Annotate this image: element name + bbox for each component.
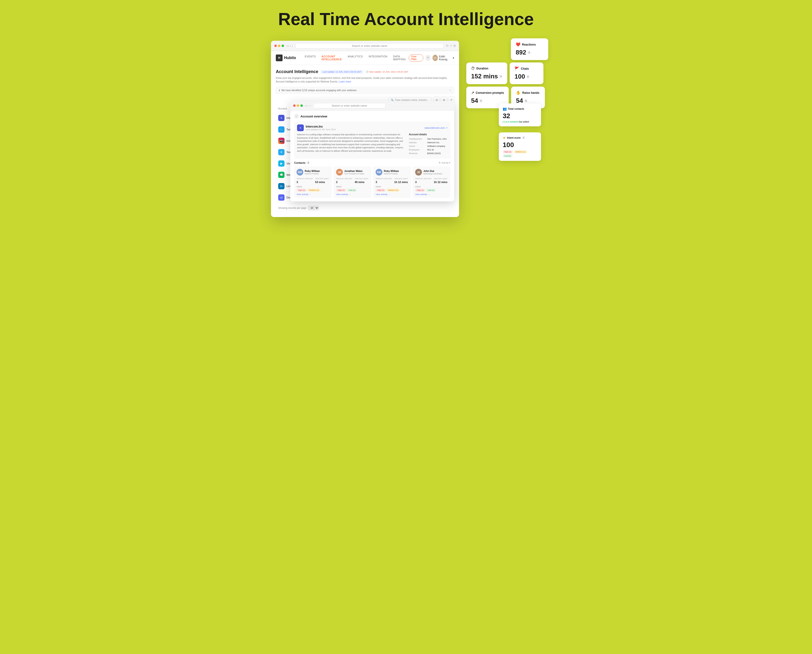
time-label: Total time spent — [315, 177, 329, 180]
contact-intent-tag: Medium (1) — [307, 189, 321, 192]
reload-icon[interactable]: ↻ — [446, 44, 449, 48]
chats-card-header: 🚩 Chats — [514, 66, 539, 71]
logo-icon: H — [276, 55, 282, 61]
per-page-select[interactable]: 10 25 50 — [308, 206, 319, 210]
contact-card: RW Roby William Head of Product Webinars… — [294, 167, 332, 198]
add-tab-icon[interactable]: + — [450, 44, 452, 48]
intent-score-info-icon[interactable]: ℹ — [522, 136, 525, 139]
reactions-icon: ❤️ — [516, 42, 520, 47]
chats-card: 🚩 Chats 100 ℹ — [510, 63, 543, 84]
contact-avatar: JW — [336, 169, 343, 176]
browser-actions: ↻ + ⧉ — [446, 44, 456, 48]
logo-text: Hubilo — [284, 56, 296, 60]
contact-header: JW Jonathan Wales Vice President of Sale… — [336, 169, 369, 176]
intent-score-tags: High (2)Medium (1)Low (1) — [503, 150, 537, 157]
help-icon[interactable]: ? — [425, 55, 430, 61]
maximize-dot[interactable] — [282, 44, 284, 47]
nav-item-data-mapping[interactable]: DATA MAPPING — [390, 53, 409, 62]
company-logo: 📷 — [278, 138, 284, 144]
nav-item-analytics[interactable]: ANALYTICS — [345, 53, 366, 62]
close-dot[interactable] — [274, 44, 277, 47]
ao-browser-chrome: ▭ ‹ › Search or enter website name — [290, 101, 454, 110]
ao-contacts-section: Account overview Contacts ℹ ⇅ Sort by ▾ … — [294, 161, 450, 198]
webinars-value: 3 — [415, 180, 417, 183]
user-avatar-area[interactable]: EK Edith Koenig ▾ — [432, 55, 454, 61]
view-activity-link[interactable]: View activity → — [375, 193, 408, 196]
time-value: 45 mins — [355, 180, 365, 183]
time-stat: Total time spent 45 mins — [355, 177, 368, 184]
plan-badge[interactable]: Free Plan — [409, 54, 423, 61]
minimize-dot[interactable] — [278, 44, 280, 47]
contact-intent-tag: Medium (1) — [386, 189, 400, 192]
webinars-stat: Webinars attended 3 — [375, 177, 392, 184]
contact-job-title: Head of Product — [384, 173, 399, 175]
ao-content: ← Account overview ≡ Intercom.Inc Last u… — [290, 110, 454, 201]
ao-back-icon[interactable]: ‹ — [308, 104, 309, 107]
view-activity-link[interactable]: View activity → — [415, 193, 448, 196]
intent-tag: High (2) — [503, 150, 513, 153]
duration-value: 152 mins ℹ — [471, 73, 502, 80]
contact-intent-tag: High (1) — [336, 189, 346, 192]
more-icon[interactable]: ⧉ — [453, 44, 456, 48]
nav-items: EVENTS ACCOUNT INTELLIGENCE ANALYTICS IN… — [302, 53, 409, 62]
time-value: 53 mins — [315, 180, 325, 183]
raise-hands-info-icon[interactable]: ℹ — [524, 99, 528, 102]
ao-minimize-dot[interactable] — [297, 104, 299, 107]
ao-address-bar[interactable]: Search or enter website name — [313, 103, 386, 108]
conversion-info-icon[interactable]: ℹ — [479, 99, 483, 102]
contacts-info-icon[interactable]: ℹ — [307, 161, 310, 165]
back-icon[interactable]: ‹ — [290, 44, 291, 47]
view-activity-link[interactable]: View activity → — [336, 193, 369, 196]
ao-close-dot[interactable] — [293, 104, 296, 107]
ao-sidebar-icon[interactable]: ▭ — [305, 104, 307, 107]
ao-forward-icon[interactable]: › — [310, 104, 311, 107]
ao-back-button[interactable]: ← — [294, 114, 299, 119]
contact-intent-tags: High (1)Low (1) — [336, 189, 369, 192]
raise-hands-label: Raise hands — [522, 91, 539, 95]
intent-label: Intent — [415, 185, 448, 188]
intent-score-card: ★ Intent score ℹ 100 High (2)Medium (1)L… — [499, 132, 541, 161]
view-activity-link[interactable]: View activity → — [296, 193, 329, 196]
ao-details: Account details Headquarters San Francis… — [409, 133, 447, 156]
sort-icon: ⇅ — [439, 162, 441, 164]
webinars-label: Webinars attended — [415, 177, 431, 180]
nav-item-events[interactable]: EVENTS — [302, 53, 319, 62]
webinars-label: Webinars attended — [296, 177, 313, 180]
company-logo: in — [278, 183, 284, 189]
ao-company-website[interactable]: www.intercom.com ↗ — [424, 127, 447, 129]
ao-company-name: Intercom.Inc — [306, 125, 336, 128]
detail-industry: Industry Intercom Inc. — [409, 141, 447, 144]
reactions-card: ❤️ Reactions 892 ℹ — [511, 38, 548, 60]
time-label: Total time spent — [355, 177, 368, 180]
total-contacts-title: Total contacts — [508, 107, 524, 110]
arrow-right-icon: → — [309, 193, 311, 196]
browser-dots — [274, 44, 284, 47]
reactions-info-icon[interactable]: ℹ — [527, 51, 531, 54]
webinars-label: Webinars attended — [375, 177, 392, 180]
user-avatar: EK — [432, 55, 438, 61]
ui-container: ▭ ‹ › Search or enter website name ↻ + ⧉… — [271, 41, 541, 217]
learn-more-link[interactable]: Learn more — [339, 80, 351, 83]
address-bar[interactable]: Search or enter website name — [295, 43, 444, 49]
close-notice-icon[interactable]: ✕ — [449, 89, 451, 92]
chats-info-icon[interactable]: ℹ — [526, 75, 530, 78]
ai-title: Account Intelligence — [276, 69, 318, 74]
webinars-stat: Webinars attended 3 — [415, 177, 431, 184]
contact-intent-tag: High (2) — [296, 189, 307, 192]
duration-info-icon[interactable]: ℹ — [499, 75, 502, 78]
sidebar-toggle-icon[interactable]: ▭ — [286, 44, 289, 47]
nav-item-account-intelligence[interactable]: ACCOUNT INTELLIGENCE — [319, 53, 345, 62]
ao-description: Intercom is a cutting-edge software comp… — [297, 133, 406, 156]
is-header: ★ Intent score ℹ — [503, 136, 537, 140]
chats-value: 100 ℹ — [514, 73, 539, 80]
contact-card: JW Jonathan Wales Vice President of Sale… — [334, 167, 371, 198]
nav-item-integration[interactable]: INTEGRATION — [366, 53, 390, 62]
conversion-value: 54 ℹ — [471, 97, 504, 104]
ao-maximize-dot[interactable] — [301, 104, 303, 107]
intent-label: Intent — [336, 185, 369, 188]
conversion-icon: ↗ — [471, 90, 474, 95]
floating-metric-cards: ❤️ Reactions 892 ℹ ⏱ Duration 152 mins ℹ — [466, 38, 548, 108]
sort-by[interactable]: ⇅ Sort by ▾ — [439, 162, 450, 164]
intent-tag: Medium (1) — [514, 150, 527, 153]
forward-icon[interactable]: › — [292, 44, 293, 47]
